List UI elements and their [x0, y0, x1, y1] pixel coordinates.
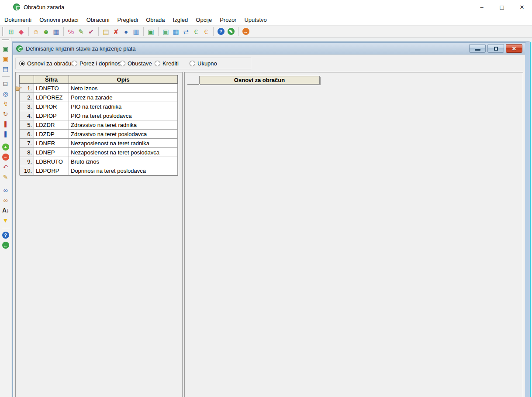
cell-desc[interactable]: Doprinosi na teret poslodavca: [69, 166, 178, 175]
table-row[interactable]: 5.LDZDRZdravstvo na teret radnika: [20, 120, 178, 130]
cell-num[interactable]: 8.: [20, 148, 34, 157]
euro-orange-icon[interactable]: €: [201, 27, 211, 36]
child-minimize-button[interactable]: [469, 44, 486, 53]
menu-osnovni-podaci[interactable]: Osnovni podaci: [36, 15, 82, 25]
menu-pregledi[interactable]: Pregledi: [114, 15, 142, 25]
cell-num[interactable]: 9.: [20, 157, 34, 166]
form-options-icon[interactable]: ▤: [101, 27, 111, 36]
edit-record-icon[interactable]: ✎: [1, 172, 10, 182]
radio-porez-i-doprinosi[interactable]: Porez i doprinosi: [72, 60, 122, 67]
cell-desc[interactable]: PIO na teret poslodavca: [69, 111, 178, 120]
cell-code[interactable]: LDPOREZ: [34, 93, 69, 102]
euro-green-icon[interactable]: €: [191, 27, 201, 36]
close-button[interactable]: ✕: [512, 0, 532, 14]
undo-icon[interactable]: ↶: [1, 162, 10, 172]
back-icon[interactable]: ←: [1, 240, 10, 250]
notebook-add-icon[interactable]: ▥: [131, 27, 141, 36]
exit-door-icon[interactable]: →: [241, 27, 251, 36]
minimize-button[interactable]: –: [472, 0, 492, 14]
car-person-icon[interactable]: ●: [121, 27, 131, 36]
cell-desc[interactable]: Porez na zarade: [69, 93, 178, 102]
find-next-icon[interactable]: ∞: [1, 195, 10, 205]
table-row[interactable]: 10.LDPORPDoprinosi na teret poslodavca: [20, 166, 178, 175]
cell-num[interactable]: 2.: [20, 93, 34, 102]
radio-ukupno[interactable]: Ukupno: [190, 60, 217, 67]
cell-code[interactable]: LDBRUTO: [34, 157, 69, 166]
archive-books-icon[interactable]: ▤: [1, 64, 10, 74]
table-row[interactable]: 9.LDBRUTOBruto iznos: [20, 157, 178, 166]
cell-num[interactable]: 7.: [20, 139, 34, 148]
help-icon[interactable]: ?: [216, 27, 226, 36]
menu-opcije[interactable]: Opcije: [192, 15, 215, 25]
table-row[interactable]: 2.LDPOREZPorez na zarade: [20, 93, 178, 102]
window-calculator-icon[interactable]: ▦: [51, 27, 61, 36]
worker-icon[interactable]: ☺: [31, 27, 41, 36]
table-row[interactable]: 3.LDPIORPIO na teret radnika: [20, 102, 178, 111]
windows-list-icon[interactable]: ▣: [161, 27, 171, 36]
table-grid-icon[interactable]: ▦: [171, 27, 181, 36]
table-row[interactable]: 7.LDNERNezaposlenost na teret radnika: [20, 139, 178, 148]
menu-dokumenti[interactable]: Dokumenti: [1, 15, 35, 25]
diamond-icon[interactable]: ◆: [16, 27, 26, 36]
menu-prozor[interactable]: Prozor: [216, 15, 240, 25]
sort-az-icon[interactable]: A↓: [1, 205, 10, 215]
remove-person-icon[interactable]: ✘: [111, 27, 121, 36]
cell-desc[interactable]: PIO na teret radnika: [69, 102, 178, 111]
cell-desc[interactable]: Nezaposlenost na teret radnika: [69, 139, 178, 148]
cell-code[interactable]: LDPIOR: [34, 102, 69, 111]
add-record-icon[interactable]: +: [1, 142, 10, 152]
delete-record-icon[interactable]: −: [1, 152, 10, 162]
windows-cascade-icon[interactable]: ▣: [146, 27, 156, 36]
cell-code[interactable]: LDZDR: [34, 120, 69, 130]
save-as-icon[interactable]: ▣: [1, 54, 10, 64]
print-icon[interactable]: ⊟: [1, 79, 10, 89]
menu-obrada[interactable]: Obrada: [142, 15, 168, 25]
save-icon[interactable]: ▣: [1, 44, 10, 54]
table-row[interactable]: 1.LDNETONeto iznos: [20, 84, 178, 93]
radio-osnovi-za-obračun[interactable]: Osnovi za obračun: [19, 60, 74, 67]
radio-krediti[interactable]: Krediti: [155, 60, 179, 67]
globe-edit-icon[interactable]: ✎: [226, 27, 236, 36]
cell-desc[interactable]: Bruto iznos: [69, 157, 178, 166]
child-restore-button[interactable]: [487, 44, 504, 53]
cell-desc[interactable]: Nezaposlenost na teret poslodavca: [69, 148, 178, 157]
cell-num[interactable]: 3.: [20, 102, 34, 111]
print-flash-icon[interactable]: ↯: [1, 99, 10, 109]
child-titlebar[interactable]: Definisanje knjiznih stavki za knjizenje…: [13, 43, 525, 55]
book-lock-red-icon[interactable]: ❚: [1, 119, 10, 129]
print-export-icon[interactable]: ↻: [1, 109, 10, 119]
cell-num[interactable]: 5.: [20, 120, 34, 130]
percent-icon[interactable]: %: [66, 27, 76, 36]
menu-izgled[interactable]: Izgled: [169, 15, 192, 25]
cell-code[interactable]: LDNER: [34, 139, 69, 148]
book-sync-icon[interactable]: ⇄: [181, 27, 191, 36]
cell-num[interactable]: 10.: [20, 166, 34, 175]
child-close-button[interactable]: ✕: [506, 44, 522, 53]
table-row[interactable]: 8.LDNEPNezaposlenost na teret poslodavca: [20, 148, 178, 157]
table-row[interactable]: 6.LDZDPZdravstvo na teret poslodavca: [20, 130, 178, 139]
print-preview-icon[interactable]: ◎: [1, 89, 10, 99]
cell-code[interactable]: LDPIOP: [34, 111, 69, 120]
cell-desc[interactable]: Zdravstvo na teret poslodavca: [69, 130, 178, 139]
radio-obustave[interactable]: Obustave: [120, 60, 152, 67]
verify-check-icon[interactable]: ✔: [86, 27, 96, 36]
help-icon[interactable]: ?: [1, 230, 10, 240]
cell-code[interactable]: LDZDP: [34, 130, 69, 139]
puzzle-edit-icon[interactable]: ✎: [76, 27, 86, 36]
find-icon[interactable]: ∞: [1, 185, 10, 195]
cell-num[interactable]: 6.: [20, 130, 34, 139]
book-lock-blue-icon[interactable]: ❚: [1, 129, 10, 139]
cell-desc[interactable]: Neto iznos: [69, 84, 178, 93]
cell-num[interactable]: 4.: [20, 111, 34, 120]
cell-code[interactable]: LDNEP: [34, 148, 69, 157]
cell-desc[interactable]: Zdravstvo na teret radnika: [69, 120, 178, 130]
menu-obracuni[interactable]: Obracuni: [83, 15, 113, 25]
maximize-button[interactable]: □: [492, 0, 512, 14]
filter-icon[interactable]: ▼: [1, 216, 10, 225]
cell-code[interactable]: LDPORP: [34, 166, 69, 175]
table-row[interactable]: 4.LDPIOPPIO na teret poslodavca: [20, 111, 178, 120]
person-icon[interactable]: ☻: [41, 27, 51, 36]
cell-code[interactable]: LDNETO: [34, 84, 69, 93]
menu-uputstvo[interactable]: Uputstvo: [241, 15, 270, 25]
hierarchy-icon[interactable]: ⊞: [6, 27, 16, 36]
